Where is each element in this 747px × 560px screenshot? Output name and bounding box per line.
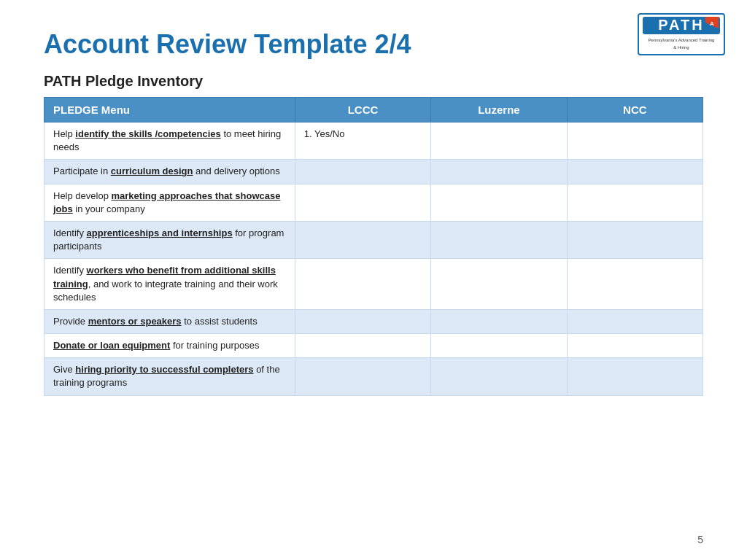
lccc-cell — [295, 184, 430, 221]
lccc-cell — [295, 160, 430, 184]
svg-text:& Hiring: & Hiring — [673, 45, 689, 50]
table-row: Give hiring priority to successful compl… — [44, 358, 703, 395]
table-row: Donate or loan equipment for training pu… — [44, 334, 703, 358]
lccc-cell: 1. Yes/No — [295, 122, 430, 160]
ncc-cell — [567, 309, 703, 333]
lccc-cell — [295, 259, 430, 310]
table-row: Help develop marketing approaches that s… — [44, 184, 703, 221]
ncc-cell — [567, 160, 703, 184]
svg-text:A: A — [710, 20, 714, 27]
lccc-cell — [295, 309, 430, 333]
luzerne-cell — [431, 122, 567, 160]
svg-text:PATH: PATH — [658, 17, 704, 33]
table-row: Provide mentors or speakers to assist st… — [44, 309, 703, 333]
lccc-cell — [295, 334, 430, 358]
header-lccc: LCCC — [295, 98, 430, 122]
table-body: Help identify the skills /competencies t… — [44, 122, 703, 396]
ncc-cell — [567, 221, 703, 258]
pledge-cell: Participate in curriculum design and del… — [44, 160, 295, 184]
pledge-cell: Help develop marketing approaches that s… — [44, 184, 295, 221]
table-row: Participate in curriculum design and del… — [44, 160, 703, 184]
table-row: Help identify the skills /competencies t… — [44, 122, 703, 160]
pledge-table: PLEDGE Menu LCCC Luzerne NCC Help identi… — [44, 97, 703, 396]
luzerne-cell — [431, 259, 567, 310]
table-row: Identify apprenticeships and internships… — [44, 221, 703, 258]
pledge-cell: Identify workers who benefit from additi… — [44, 259, 295, 310]
page-container: PATH A Pennsylvania's Advanced Training … — [0, 0, 747, 560]
ncc-cell — [567, 358, 703, 395]
ncc-cell — [567, 122, 703, 160]
pledge-cell: Help identify the skills /competencies t… — [44, 122, 295, 160]
pledge-cell: Donate or loan equipment for training pu… — [44, 334, 295, 358]
svg-text:Pennsylvania's Advanced Traini: Pennsylvania's Advanced Training — [649, 38, 715, 42]
header-pledge-menu: PLEDGE Menu — [44, 98, 295, 122]
luzerne-cell — [431, 334, 567, 358]
pledge-cell: Identify apprenticeships and internships… — [44, 221, 295, 258]
luzerne-cell — [431, 309, 567, 333]
section-title: PATH Pledge Inventory — [44, 73, 703, 90]
logo-container: PATH A Pennsylvania's Advanced Training … — [638, 13, 725, 57]
luzerne-cell — [431, 184, 567, 221]
path-logo: PATH A Pennsylvania's Advanced Training … — [641, 15, 721, 53]
ncc-cell — [567, 259, 703, 310]
page-number: 5 — [697, 534, 703, 545]
luzerne-cell — [431, 358, 567, 395]
luzerne-cell — [431, 221, 567, 258]
lccc-cell — [295, 358, 430, 395]
page-title: Account Review Template 2/4 — [44, 29, 703, 60]
logo-box: PATH A Pennsylvania's Advanced Training … — [638, 13, 725, 55]
lccc-cell — [295, 221, 430, 258]
header-luzerne: Luzerne — [431, 98, 567, 122]
luzerne-cell — [431, 160, 567, 184]
table-header-row: PLEDGE Menu LCCC Luzerne NCC — [44, 98, 703, 122]
ncc-cell — [567, 184, 703, 221]
ncc-cell — [567, 334, 703, 358]
pledge-cell: Give hiring priority to successful compl… — [44, 358, 295, 395]
header-ncc: NCC — [567, 98, 703, 122]
table-row: Identify workers who benefit from additi… — [44, 259, 703, 310]
pledge-cell: Provide mentors or speakers to assist st… — [44, 309, 295, 333]
